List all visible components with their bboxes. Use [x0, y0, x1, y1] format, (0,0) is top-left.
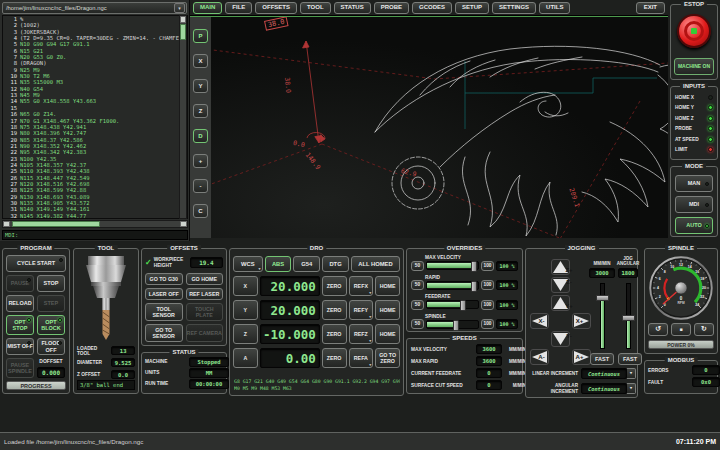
override-slider-handle[interactable] — [471, 281, 477, 292]
axis-zero-button[interactable]: ZERO — [322, 324, 347, 344]
jog-angular-slider[interactable] — [626, 283, 631, 349]
file-dropdown-button[interactable]: ▾ — [174, 3, 185, 13]
opt-stop-button[interactable]: OPT STOP — [6, 315, 34, 335]
mode-button[interactable]: MAN — [675, 175, 713, 192]
menu-tab[interactable]: TOOL — [300, 2, 331, 14]
axis-ref-button[interactable]: REFX ▾ — [349, 276, 374, 296]
axis-zero-button[interactable]: ZERO — [322, 348, 347, 368]
override-max-button[interactable]: 100 — [481, 280, 494, 290]
menu-tab[interactable]: UTILS — [539, 2, 570, 14]
offset-button[interactable]: GO TO SENSOR — [145, 324, 183, 342]
linear-increment-dropdown[interactable]: Continuous ▾ — [581, 368, 636, 379]
mist-button[interactable]: MIST OFF — [6, 338, 34, 355]
scroll-right-button[interactable] — [180, 221, 187, 227]
override-min-button[interactable]: 50 — [411, 300, 424, 310]
axis-select-button[interactable]: X — [233, 276, 258, 296]
pause-button[interactable]: PAUSE — [6, 275, 34, 292]
axis-zero-button[interactable]: ZERO — [322, 276, 347, 296]
view-button[interactable]: P — [193, 29, 208, 43]
axis-home-button[interactable]: HOME — [375, 276, 400, 296]
reload-button[interactable]: RELOAD — [6, 295, 34, 312]
dro-header-button[interactable]: G54 — [293, 256, 320, 272]
dro-header-button[interactable]: ABS — [265, 256, 292, 272]
axis-home-button[interactable]: HOME — [375, 324, 400, 344]
axis-select-button[interactable]: Z — [233, 324, 258, 344]
scroll-left-button[interactable] — [3, 221, 10, 227]
jog-linear-slider[interactable] — [600, 283, 605, 349]
mdi-input[interactable] — [20, 231, 187, 239]
offset-button[interactable]: GO TO G30 — [145, 273, 183, 285]
offset-button[interactable]: REF LASER — [186, 288, 224, 300]
jog-arrow-button[interactable]: Y- — [551, 331, 570, 347]
jog-angular-fast-button[interactable]: FAST — [618, 353, 642, 365]
gcode-listing[interactable]: 1 % 2 (1002) 3 (JOKERSBACK) 4 (T2 D=9.35… — [2, 15, 188, 219]
axis-ref-button[interactable]: REFY ▾ — [349, 300, 374, 320]
vertical-scroll-thumb[interactable] — [180, 24, 186, 40]
menu-tab[interactable]: PROBE — [374, 2, 409, 14]
view-button[interactable]: D — [193, 129, 208, 143]
dro-header-button[interactable]: DTG — [322, 256, 349, 272]
menu-tab[interactable]: OFFSETS — [255, 2, 297, 14]
file-path-combobox[interactable]: /home/jim/linuxcnc/nc_files/Dragon.ngc ▾ — [2, 2, 187, 14]
axis-zero-button[interactable]: ZERO — [322, 300, 347, 320]
spindle-stop-button[interactable]: ■ — [671, 323, 691, 336]
horizontal-scroll-thumb[interactable] — [12, 221, 100, 227]
offset-button[interactable]: LASER OFF — [145, 288, 183, 300]
menu-tab[interactable]: SETTINGS — [492, 2, 536, 14]
axis-ref-button[interactable]: REFA ▾ — [349, 348, 374, 368]
override-max-button[interactable]: 100 — [481, 261, 494, 271]
machine-on-button[interactable]: MACHINE ON — [674, 58, 714, 75]
offset-button[interactable]: REF CAMERA — [186, 324, 224, 342]
jog-linear-fast-button[interactable]: FAST — [590, 353, 614, 365]
view-button[interactable]: - — [193, 179, 208, 193]
jog-linear-slider-handle[interactable] — [596, 295, 609, 301]
menu-tab[interactable]: SETUP — [455, 2, 489, 14]
override-max-button[interactable]: 100 — [481, 319, 494, 329]
mode-button[interactable]: MDI — [675, 196, 713, 213]
view-button[interactable]: Z — [193, 104, 208, 118]
offset-button[interactable]: TOUCH PLATE — [186, 303, 224, 321]
offset-button[interactable]: TOOL SENSOR — [145, 303, 183, 321]
axis-ref-button[interactable]: REFZ ▾ — [349, 324, 374, 344]
step-button[interactable]: STEP — [37, 295, 65, 312]
pause-spindle-button[interactable]: PAUSE SPINDLE — [6, 358, 34, 378]
cycle-start-button[interactable]: CYCLE START — [6, 255, 66, 272]
exit-button[interactable]: EXIT — [636, 2, 665, 14]
menu-tab[interactable]: FILE — [225, 2, 252, 14]
view-button[interactable]: C — [193, 204, 208, 218]
axis-home-button[interactable]: GO TO ZERO — [375, 348, 400, 368]
chevron-down-icon[interactable]: ▾ — [627, 383, 636, 394]
override-max-button[interactable]: 100 — [481, 300, 494, 310]
jog-arrow-button[interactable]: X- — [530, 313, 549, 329]
override-slider-handle[interactable] — [453, 320, 459, 331]
jog-arrow-button[interactable]: A- — [530, 349, 549, 365]
horizontal-scrollbar[interactable] — [2, 220, 188, 228]
override-min-button[interactable]: 50 — [411, 280, 424, 290]
override-min-button[interactable]: 50 — [411, 261, 424, 271]
scroll-up-button[interactable] — [180, 16, 186, 23]
vertical-scrollbar[interactable] — [179, 15, 187, 219]
menu-tab[interactable]: MAIN — [193, 2, 222, 14]
spindle-cw-button[interactable]: ↻ — [694, 323, 714, 336]
jog-arrow-button[interactable]: Z- — [551, 277, 570, 293]
view-button[interactable]: + — [193, 154, 208, 168]
override-slider-handle[interactable] — [471, 261, 477, 272]
flood-button[interactable]: FLOOD OFF — [37, 338, 65, 355]
override-slider[interactable] — [426, 300, 479, 309]
jog-arrow-button[interactable]: Y+ — [551, 295, 570, 311]
offset-button[interactable]: GO HOME — [186, 273, 224, 285]
override-slider[interactable] — [426, 281, 479, 290]
menu-tab[interactable]: STATUS — [334, 2, 371, 14]
axis-home-button[interactable]: HOME — [375, 300, 400, 320]
view-button[interactable]: Y — [193, 79, 208, 93]
axis-select-button[interactable]: Y — [233, 300, 258, 320]
view-button[interactable]: X — [193, 54, 208, 68]
dro-header-button[interactable]: ALL HOMED — [351, 256, 400, 272]
override-slider-handle[interactable] — [460, 300, 466, 311]
override-min-button[interactable]: 50 — [411, 319, 424, 329]
stop-button[interactable]: STOP — [37, 275, 65, 292]
chevron-down-icon[interactable]: ▾ — [627, 368, 636, 379]
estop-button[interactable] — [677, 14, 711, 48]
jog-angular-slider-handle[interactable] — [622, 315, 635, 321]
wcs-dropdown-button[interactable]: WCS ▾ — [233, 256, 263, 272]
